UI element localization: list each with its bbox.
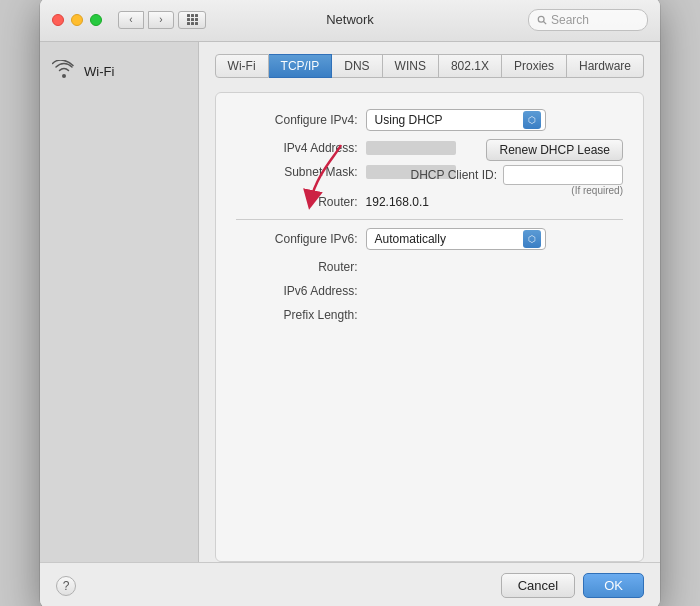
tabs: Wi-Fi TCP/IP DNS WINS 802.1X Proxies Har… [215,54,644,78]
prefix-length-label: Prefix Length: [236,308,366,322]
grid-icon [187,14,198,25]
titlebar: ‹ › Network Search [40,0,660,42]
configure-ipv4-select[interactable]: Using DHCP ⬡ [366,109,546,131]
tab-wins[interactable]: WINS [383,54,439,78]
svg-point-0 [538,16,544,22]
cancel-button[interactable]: Cancel [501,573,575,598]
configure-ipv4-row: Configure IPv4: Using DHCP ⬡ [236,109,623,131]
subnet-mask-label: Subnet Mask: [236,165,366,179]
search-bar[interactable]: Search [528,9,648,31]
tab-dns[interactable]: DNS [332,54,382,78]
prefix-length-row: Prefix Length: [236,308,623,322]
subnet-mask-row: Subnet Mask: DHCP Client ID: [236,165,623,179]
minimize-button[interactable] [71,14,83,26]
divider [236,219,623,220]
traffic-lights [52,14,102,26]
ipv6-address-row: IPv6 Address: [236,284,623,298]
select-arrow-ipv6-icon: ⬡ [523,230,541,248]
svg-line-1 [544,21,547,24]
main-panel: Wi-Fi TCP/IP DNS WINS 802.1X Proxies Har… [199,42,660,562]
sidebar: Wi-Fi [40,42,199,562]
wifi-icon [52,60,76,83]
network-window: ‹ › Network Search [40,0,660,606]
configure-ipv6-select[interactable]: Automatically ⬡ [366,228,546,250]
router-value: 192.168.0.1 [366,195,429,209]
ipv4-address-label: IPv4 Address: [236,141,366,155]
router6-label: Router: [236,260,366,274]
sidebar-item-wifi[interactable]: Wi-Fi [40,54,198,89]
bottom-bar: ? Cancel OK [40,562,660,606]
grid-button[interactable] [178,11,206,29]
ipv4-address-row: IPv4 Address: Renew DHCP Lease [236,141,623,155]
tab-hardware[interactable]: Hardware [567,54,644,78]
search-icon [537,15,547,25]
forward-button[interactable]: › [148,11,174,29]
dhcp-client-id-label: DHCP Client ID: [411,168,497,182]
ipv4-address-value [366,141,456,155]
configure-ipv6-row: Configure IPv6: Automatically ⬡ [236,228,623,250]
tab-8021x[interactable]: 802.1X [439,54,502,78]
close-button[interactable] [52,14,64,26]
content-area: Wi-Fi Wi-Fi TCP/IP DNS WINS 802.1X Proxi… [40,42,660,562]
form-section: Configure IPv4: Using DHCP ⬡ IPv4 Addres… [215,92,644,562]
tab-wifi[interactable]: Wi-Fi [215,54,269,78]
search-placeholder: Search [551,13,589,27]
configure-ipv4-label: Configure IPv4: [236,113,366,127]
sidebar-wifi-label: Wi-Fi [84,64,114,79]
select-arrow-icon: ⬡ [523,111,541,129]
tab-tcpip[interactable]: TCP/IP [269,54,333,78]
renew-dhcp-button[interactable]: Renew DHCP Lease [486,139,623,161]
ipv6-address-label: IPv6 Address: [236,284,366,298]
maximize-button[interactable] [90,14,102,26]
back-button[interactable]: ‹ [118,11,144,29]
router-row: Router: 192.168.0.1 [236,195,623,209]
tab-proxies[interactable]: Proxies [502,54,567,78]
ok-button[interactable]: OK [583,573,644,598]
nav-buttons: ‹ › [118,11,174,29]
if-required-label: (If required) [571,185,623,196]
window-title: Network [326,12,374,27]
configure-ipv6-label: Configure IPv6: [236,232,366,246]
router-label: Router: [236,195,366,209]
router6-row: Router: [236,260,623,274]
configure-ipv6-value: Automatically [375,232,446,246]
help-button[interactable]: ? [56,576,76,596]
bottom-right-buttons: Cancel OK [501,573,644,598]
configure-ipv4-value: Using DHCP [375,113,443,127]
dhcp-client-id-input[interactable] [503,165,623,185]
